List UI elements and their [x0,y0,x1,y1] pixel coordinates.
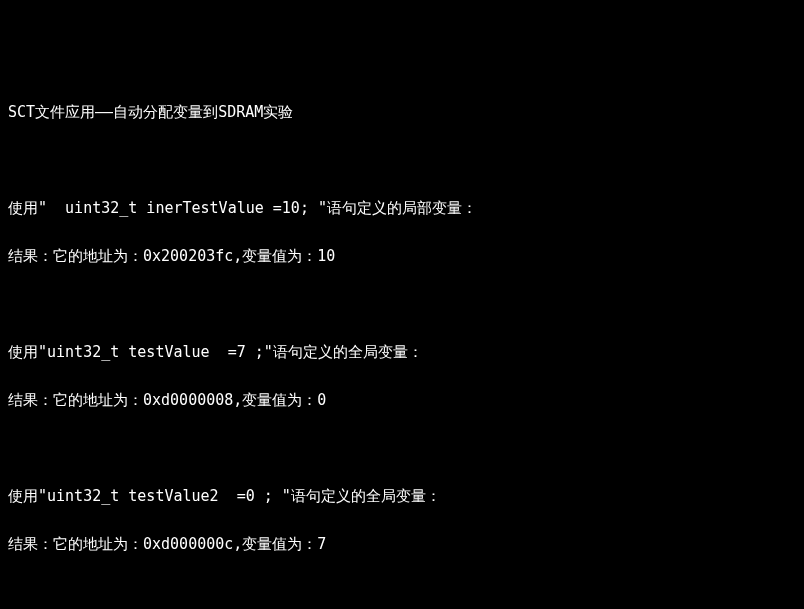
output-line: 结果：它的地址为：0xd0000008,变量值为：0 [8,388,796,412]
console-title: SCT文件应用——自动分配变量到SDRAM实验 [8,100,796,124]
output-line: 使用"uint32_t testValue =7 ;"语句定义的全局变量： [8,340,796,364]
output-line: 使用" uint32_t inerTestValue =10; "语句定义的局部… [8,196,796,220]
output-line: 结果：它的地址为：0xd000000c,变量值为：7 [8,532,796,556]
blank-line [8,292,796,316]
output-line: 使用"uint32_t testValue2 =0 ; "语句定义的全局变量： [8,484,796,508]
blank-line [8,436,796,460]
blank-line [8,148,796,172]
output-line: 结果：它的地址为：0x200203fc,变量值为：10 [8,244,796,268]
blank-line [8,580,796,604]
